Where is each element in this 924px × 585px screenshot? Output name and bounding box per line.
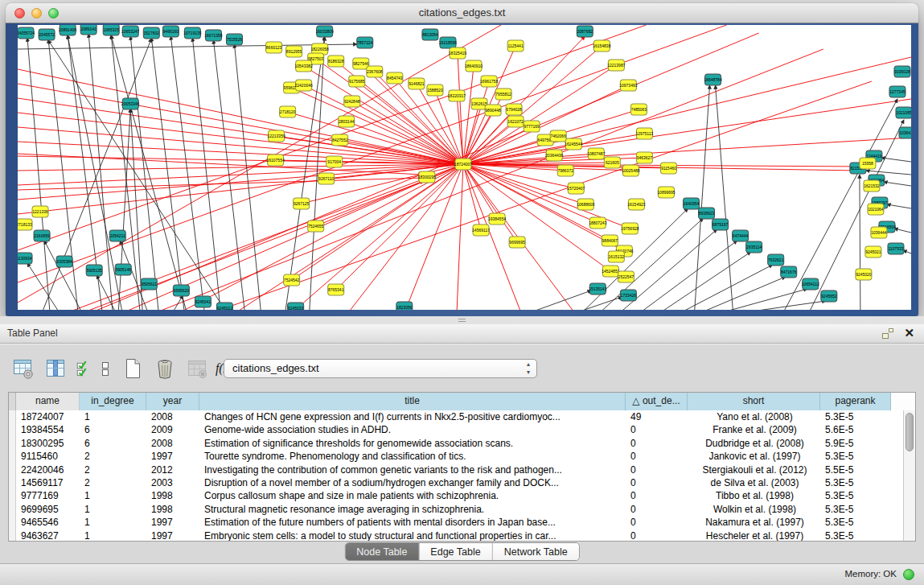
graph-node[interactable]: 16961758 [480, 76, 498, 87]
table-row[interactable]: 1830029562008Estimation of significance … [9, 437, 915, 450]
graph-node[interactable]: 16033809 [316, 26, 334, 37]
graph-node[interactable]: 1065325 [103, 25, 119, 35]
graph-node[interactable]: 10719135 [183, 27, 201, 39]
table-cell[interactable]: 14569117 [16, 476, 80, 489]
graph-node[interactable]: 8660123 [266, 42, 282, 53]
graph-node[interactable]: 14524851 [602, 266, 619, 277]
black-edge[interactable] [118, 109, 130, 310]
black-edge[interactable] [894, 229, 911, 233]
table-cell[interactable]: 6 [80, 423, 146, 436]
graph-node[interactable]: 9267110 [318, 173, 335, 184]
graph-node[interactable]: 2054211 [109, 230, 125, 241]
table-cell[interactable]: 0 [626, 423, 688, 436]
black-edge[interactable] [716, 85, 733, 310]
graph-node[interactable]: 9463627 [636, 152, 652, 163]
column-header-out_de[interactable]: △ out_de... [626, 393, 688, 410]
black-edge[interactable] [170, 36, 204, 310]
graph-node[interactable]: 2160659 [34, 230, 50, 241]
red-edge[interactable] [292, 88, 463, 164]
graph-node[interactable]: 12975113 [635, 128, 653, 139]
graph-node[interactable]: 20053346 [121, 98, 139, 109]
table-cell[interactable]: 5.5E-5 [820, 463, 891, 476]
graph-node[interactable]: 7462066 [550, 130, 566, 142]
table-cell[interactable]: 1997 [146, 529, 199, 542]
graph-node[interactable]: 9242848 [344, 96, 360, 107]
black-edge[interactable] [639, 241, 737, 310]
graph-node[interactable]: 20891406 [59, 25, 76, 35]
table-cell[interactable]: 22420046 [16, 463, 80, 476]
table-select-dropdown[interactable]: citations_edges.txt ▴▾ [224, 359, 537, 378]
graph-node[interactable]: 2718120 [280, 106, 296, 117]
graph-node[interactable]: 15958 [860, 158, 876, 169]
table-cell[interactable]: 0 [626, 476, 688, 489]
graph-node[interactable]: 1021085 [896, 107, 911, 118]
black-edge[interactable] [809, 120, 904, 310]
splitter-grip-icon[interactable] [458, 319, 466, 322]
graph-node[interactable]: 10025488 [622, 165, 639, 176]
graph-node[interactable]: 9890448 [485, 105, 501, 116]
table-cell[interactable]: Yano et al. (2008) [688, 410, 820, 423]
graph-node[interactable]: 1733426 [620, 290, 636, 301]
black-edge[interactable] [695, 85, 710, 310]
table-cell[interactable]: 18300295 [16, 437, 80, 450]
graph-node[interactable]: 9175685 [349, 76, 365, 87]
table-cell[interactable]: Genome-wide association studies in ADHD. [199, 423, 626, 436]
table-cell[interactable]: Estimation of the future numbers of pati… [199, 516, 626, 529]
table-cell[interactable]: 1998 [146, 503, 199, 516]
black-edge[interactable] [700, 277, 786, 310]
graph-node[interactable]: 621605 [604, 157, 620, 168]
float-panel-icon[interactable] [882, 328, 893, 339]
graph-node[interactable]: 18325419 [449, 47, 466, 59]
table-cell[interactable]: Jankovic et al. (1997) [688, 450, 820, 463]
panel-splitter[interactable] [0, 316, 924, 324]
graph-node[interactable]: 2367608 [367, 66, 383, 77]
table-cell[interactable]: Corpus callosum shape and size in male p… [199, 489, 626, 502]
table-row[interactable]: 1872400712008Changes of HCN gene express… [9, 410, 915, 423]
table-cell[interactable]: Stergiakouli et al. (2012) [688, 463, 820, 476]
graph-node[interactable]: 24055724 [18, 27, 35, 39]
graph-node[interactable]: 2803144 [339, 116, 355, 127]
graph-node[interactable]: 8912955 [286, 46, 302, 57]
zoom-window-icon[interactable] [48, 8, 59, 19]
column-header-short[interactable]: short [688, 393, 820, 410]
table-cell[interactable]: 0 [626, 450, 688, 463]
table-cell[interactable]: 2012 [146, 463, 199, 476]
graph-node[interactable]: 18724007 [454, 159, 472, 170]
graph-node[interactable]: 16107554 [266, 154, 284, 166]
black-edge[interactable] [27, 263, 60, 310]
graph-node[interactable]: 8938923 [699, 208, 715, 219]
graph-node[interactable]: 18220317 [448, 90, 466, 101]
table-cell[interactable]: 18724007 [16, 410, 80, 423]
graph-node[interactable]: 9245020 [856, 269, 872, 280]
table-cell[interactable]: Tibbo et al. (1998) [688, 489, 820, 502]
table-vertical-scrollbar[interactable] [903, 410, 915, 541]
column-header-in_degree[interactable]: in_degree [80, 393, 146, 410]
graph-node[interactable]: 1036444 [871, 227, 887, 238]
black-edge[interactable] [599, 218, 703, 310]
graph-node[interactable]: 16648784 [704, 74, 721, 85]
table-cell[interactable]: 5.3E-5 [820, 410, 891, 423]
select-columns-icon[interactable] [76, 356, 90, 381]
table-row[interactable]: 969969511998Structural magnetic resonanc… [9, 503, 915, 516]
graph-node[interactable]: 10543382 [295, 60, 313, 72]
red-edge[interactable] [463, 66, 474, 164]
black-edge[interactable] [234, 44, 261, 310]
table-row[interactable]: 1456911722003Disruption of a novel membe… [9, 476, 915, 489]
graph-node[interactable]: 9245022 [216, 303, 232, 310]
graph-node[interactable]: 12213987 [607, 60, 625, 71]
graph-node[interactable]: 9245041 [195, 296, 211, 307]
table-row[interactable]: 1938455462009Genome-wide association stu… [9, 423, 915, 436]
column-header-year[interactable]: year [146, 393, 199, 410]
black-edge[interactable] [887, 204, 911, 208]
row-height-icon[interactable] [98, 356, 113, 381]
graph-node[interactable]: 10973493 [619, 80, 637, 91]
table-mode-icon[interactable] [11, 356, 35, 381]
table-cell[interactable]: 1 [80, 529, 146, 542]
table-cell[interactable]: 2008 [146, 437, 199, 450]
graph-node[interactable]: 9267125 [294, 198, 310, 209]
graph-node[interactable]: 1823056 [396, 302, 413, 310]
table-cell[interactable]: Estimation of significance thresholds fo… [199, 437, 626, 450]
close-window-icon[interactable] [14, 8, 25, 19]
graph-node[interactable]: 1130934 [18, 253, 32, 264]
show-columns-icon[interactable] [43, 356, 68, 381]
